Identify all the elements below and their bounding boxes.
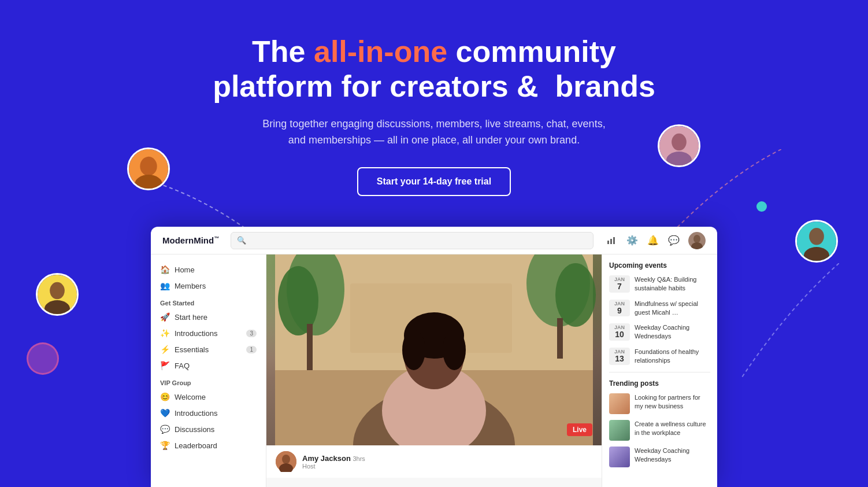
topbar: ModernMind™ 🔍 ⚙️ 🔔 💬 [151, 227, 717, 254]
trending-posts-title: Trending posts [609, 379, 710, 388]
section-get-started: Get Started [151, 294, 266, 309]
bar-chart-icon[interactable] [605, 234, 618, 247]
gear-icon[interactable]: ⚙️ [626, 234, 639, 247]
bell-icon[interactable]: 🔔 [647, 234, 659, 247]
hero-title: The all-in-one communityplatform for cre… [0, 35, 868, 104]
sidebar-item-leaderboard[interactable]: 🏆 Leaderboard [151, 437, 266, 453]
svg-rect-25 [557, 318, 563, 359]
event-item-4: JAN 13 Foundations of healthy relationsh… [609, 348, 710, 365]
sidebar-item-discussions[interactable]: 💬 Discussions [151, 421, 266, 437]
svg-point-10 [809, 228, 824, 245]
avatar-bottom-left [36, 273, 79, 316]
flag-icon: 🚩 [160, 361, 170, 370]
chat-bubble-icon: 💬 [160, 425, 170, 434]
app-logo: ModernMind™ [162, 235, 219, 245]
trending-thumb-3 [609, 447, 630, 467]
host-role: Host [302, 463, 365, 470]
decorative-pink-circle [27, 342, 59, 375]
sidebar-item-start-here[interactable]: 🚀 Start here [151, 309, 266, 325]
trending-thumb-1 [609, 393, 630, 414]
event-title-4: Foundations of healthy relationships [635, 348, 710, 365]
panel-divider [609, 372, 710, 372]
sidebar-item-members[interactable]: 👥 Members [151, 278, 266, 294]
video-content [266, 254, 602, 445]
event-item-2: JAN 9 Mindfulness w/ special guest Micah… [609, 300, 710, 317]
sidebar-start-label: Start here [175, 313, 207, 322]
svg-point-33 [443, 330, 466, 370]
host-avatar [276, 451, 296, 472]
svg-rect-13 [610, 239, 612, 244]
search-icon: 🔍 [237, 236, 246, 245]
dashed-line-br [735, 263, 839, 379]
main-content: Live Amy Jackson 3hrs Host [266, 254, 602, 487]
event-date-3: JAN 10 [609, 323, 630, 341]
topbar-icons: ⚙️ 🔔 💬 [605, 232, 706, 249]
trending-item-2: Create a wellness culture in the workpla… [609, 420, 710, 441]
svg-rect-12 [607, 241, 609, 244]
event-date-2: JAN 9 [609, 300, 630, 317]
trending-title-3: Weekday Coaching Wednesdays [635, 447, 710, 464]
hero-title-highlight: all-in-one [314, 35, 447, 68]
hero-title-part1: The [252, 35, 314, 68]
sidebar-essentials-label: Essentials [175, 345, 209, 354]
trending-item-1: Looking for partners for my new business [609, 393, 710, 414]
sidebar-item-introductions-1[interactable]: ✨ Introductions 3 [151, 325, 266, 341]
svg-point-32 [402, 330, 425, 370]
sidebar-item-introductions-2[interactable]: 💙 Introductions [151, 405, 266, 421]
event-title-1: Weekly Q&A: Building sustainable habits [635, 275, 710, 293]
sidebar-item-essentials[interactable]: ⚡ Essentials 1 [151, 341, 266, 357]
right-panel: Upcoming events JAN 7 Weekly Q&A: Buildi… [602, 254, 717, 487]
svg-point-24 [555, 263, 596, 327]
sparkle-icon: ✨ [160, 329, 170, 338]
introductions-badge: 3 [246, 330, 257, 337]
event-item-1: JAN 7 Weekly Q&A: Building sustainable h… [609, 275, 710, 293]
search-bar[interactable]: 🔍 [231, 232, 593, 249]
avatar-bottom-right [795, 220, 838, 263]
chat-icon[interactable]: 💬 [667, 234, 680, 247]
video-host-details: Amy Jackson 3hrs Host [302, 454, 365, 470]
home-icon: 🏠 [160, 265, 170, 274]
sidebar: 🏠 Home 👥 Members Get Started 🚀 Start her… [151, 254, 266, 487]
sidebar-item-faq[interactable]: 🚩 FAQ [151, 357, 266, 374]
heart-icon: 💙 [160, 408, 170, 418]
sidebar-item-welcome[interactable]: 😊 Welcome [151, 389, 266, 405]
emoji-icon: 😊 [160, 392, 170, 401]
svg-point-16 [693, 235, 700, 243]
hero-subtitle: Bring together engaging discussions, mem… [255, 116, 613, 149]
section-vip-group: VIP Group [151, 374, 266, 389]
sidebar-intro1-label: Introductions [175, 329, 217, 338]
sidebar-faq-label: FAQ [175, 361, 190, 370]
event-date-4: JAN 13 [609, 348, 630, 365]
sidebar-item-home[interactable]: 🏠 Home [151, 261, 266, 278]
sidebar-leaderboard-label: Leaderboard [175, 441, 217, 450]
trending-thumb-2 [609, 420, 630, 441]
trending-title-1: Looking for partners for my new business [635, 393, 710, 411]
sidebar-welcome-label: Welcome [175, 393, 206, 401]
video-area: Live [266, 254, 602, 445]
hero-section: The all-in-one communityplatform for cre… [0, 0, 868, 196]
sidebar-members-label: Members [175, 282, 206, 290]
svg-rect-22 [307, 324, 313, 370]
trending-title-2: Create a wellness culture in the workpla… [635, 420, 710, 437]
essentials-badge: 1 [246, 346, 257, 353]
host-name: Amy Jackson 3hrs [302, 454, 365, 463]
sidebar-discussions-label: Discussions [175, 425, 214, 434]
rocket-icon: 🚀 [160, 312, 170, 322]
event-title-3: Weekday Coaching Wednesdays [635, 323, 710, 341]
user-avatar[interactable] [688, 232, 706, 249]
cta-button[interactable]: Start your 14-day free trial [357, 167, 511, 196]
bolt-icon: ⚡ [160, 345, 170, 354]
live-badge: Live [567, 423, 592, 436]
event-title-2: Mindfulness w/ special guest Micahl … [635, 300, 710, 317]
upcoming-events-title: Upcoming events [609, 261, 710, 270]
sidebar-home-label: Home [175, 265, 195, 274]
app-window: ModernMind™ 🔍 ⚙️ 🔔 💬 [151, 227, 717, 487]
app-body: 🏠 Home 👥 Members Get Started 🚀 Start her… [151, 254, 717, 487]
video-info: Amy Jackson 3hrs Host [266, 445, 602, 478]
trending-item-3: Weekday Coaching Wednesdays [609, 447, 710, 467]
trophy-icon: 🏆 [160, 441, 170, 450]
members-icon: 👥 [160, 281, 170, 290]
svg-point-35 [282, 455, 290, 464]
event-item-3: JAN 10 Weekday Coaching Wednesdays [609, 323, 710, 341]
video-background: Live [266, 254, 602, 445]
